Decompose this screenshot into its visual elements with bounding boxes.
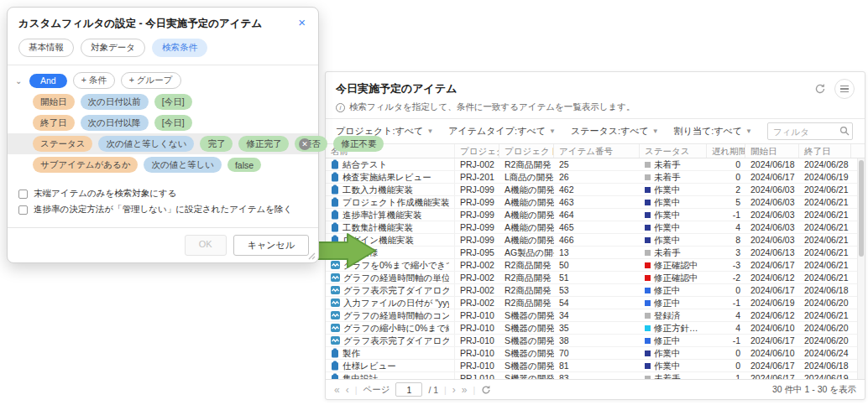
- menu-icon[interactable]: [834, 79, 855, 99]
- last-page-icon[interactable]: »: [462, 385, 468, 395]
- condition-value-chip[interactable]: 修正不要: [333, 136, 384, 152]
- cell-project-name: A機能の開発: [499, 209, 554, 221]
- table-header: 名前プロジェクト…プロジェクト名アイテム番号ステータス遅れ期間開始日終了日: [326, 144, 865, 158]
- bug-icon: [331, 299, 340, 307]
- cell-name-text: グラフ表示完了ダイアログにエラーアイコンが…: [343, 284, 449, 296]
- table-row[interactable]: グラフを0%まで縮小できてしまう。 PRJ-002 R2商品開発 50 修正確認…: [326, 259, 857, 272]
- ok-button[interactable]: OK: [185, 235, 227, 256]
- cell-project-name: L商品の開発: [499, 171, 554, 183]
- cell-item-number: 51: [554, 272, 640, 283]
- table-row[interactable]: プロジェクト作成機能実装 PRJ-099 A機能の開発 463 作業中 5 20…: [326, 196, 857, 209]
- scrollbar-thumb[interactable]: [859, 160, 864, 257]
- cell-end-date: 2024/06/28: [799, 158, 851, 170]
- checkbox-row: 進捗率の決定方法が「管理しない」に設定されたアイテムを除く: [18, 204, 307, 215]
- checkbox-label: 末端アイテムのみを検索対象にする: [34, 188, 176, 200]
- condition-field-chip[interactable]: 開始日: [33, 94, 75, 110]
- column-header[interactable]: アイテム番号: [554, 144, 640, 158]
- prev-page-icon[interactable]: ‹: [346, 385, 349, 395]
- bug-icon: [331, 311, 340, 319]
- table-row[interactable]: 結合テスト PRJ-002 R2商品開発 25 未着手 0 2024/06/18…: [326, 158, 857, 171]
- add-condition-button[interactable]: + 条件: [73, 72, 115, 89]
- cell-name-text: グラフ表示完了ダイアログにエラーアイコンが…: [343, 335, 449, 346]
- table-row[interactable]: 仕様レビュー PRJ-010 S機器の開発 81 作業中 0 2024/06/1…: [326, 360, 857, 372]
- cell-status-text: 未着手: [654, 372, 681, 379]
- dialog-tab[interactable]: 基本情報: [18, 39, 74, 57]
- table-row[interactable]: グラフの縮小時に0%まで縮小できてしまう問題 PRJ-010 S機器の開発 35…: [326, 322, 857, 335]
- table-row[interactable]: グラフ表示完了ダイアログにエラーアイコンが… PRJ-010 S機器の開発 38…: [326, 335, 857, 347]
- vertical-scrollbar[interactable]: [857, 158, 865, 379]
- table-row[interactable]: グラフの経過時間軸の単位に数値を設定すると… PRJ-002 R2商品開発 51…: [326, 272, 857, 284]
- condition-row[interactable]: 開始日 次の日付以前 [今日] ✕: [8, 91, 318, 112]
- condition-field-chip[interactable]: サブアイテムがあるか: [33, 157, 138, 173]
- checkbox[interactable]: [18, 205, 28, 215]
- table-row[interactable]: 工数入力機能実装 PRJ-099 A機能の開発 462 作業中 2 2024/0…: [326, 184, 857, 196]
- table-row[interactable]: 工数集計機能実装 PRJ-099 A機能の開発 465 作業中 4 2024/0…: [326, 221, 857, 234]
- table-row[interactable]: 外部仕様 PRJ-095 AG製品の開発 13 未着手 3 2024/06/13…: [326, 247, 857, 259]
- filter-dropdown[interactable]: アイテムタイプ:すべて ▼: [448, 125, 556, 138]
- condition-operator-chip[interactable]: 次の値と等しい: [144, 157, 221, 173]
- cancel-button[interactable]: キャンセル: [233, 235, 309, 256]
- condition-value-chip[interactable]: 完了: [200, 136, 233, 152]
- column-header[interactable]: 終了日: [799, 144, 851, 158]
- cell-item-number: 13: [554, 247, 640, 258]
- condition-value-chip[interactable]: 修正完了: [238, 136, 289, 152]
- table-row[interactable]: 製作 PRJ-010 S機器の開発 70 作業中 0 2024/06/10 20…: [326, 347, 857, 360]
- cell-project-id: PRJ-099: [455, 209, 499, 221]
- condition-value-chip[interactable]: [今日]: [154, 115, 192, 131]
- condition-field-chip[interactable]: 終了日: [33, 115, 75, 131]
- reload-icon[interactable]: [481, 385, 491, 395]
- table-row[interactable]: グラフ表示完了ダイアログにエラーアイコンが… PRJ-002 R2商品開発 53…: [326, 284, 857, 297]
- checkbox[interactable]: [18, 190, 28, 199]
- column-header[interactable]: プロジェクト名: [499, 144, 554, 158]
- page-label: ページ: [363, 384, 390, 396]
- add-group-button[interactable]: + グループ: [121, 72, 181, 89]
- table-row[interactable]: 進捗率計算機能実装 PRJ-099 A機能の開発 464 作業中 -1 2024…: [326, 209, 857, 221]
- file-icon: [331, 348, 339, 358]
- condition-value-chip[interactable]: false: [227, 158, 261, 172]
- cell-start-date: 2024/06/17: [745, 259, 799, 271]
- column-header[interactable]: 遅れ期間: [707, 144, 745, 158]
- filter-dropdown[interactable]: 割り当て:すべて ▼: [674, 125, 752, 138]
- cell-delay: 0: [707, 347, 745, 359]
- next-page-icon[interactable]: ›: [452, 385, 456, 395]
- condition-row[interactable]: ステータス 次の値と等しくない 完了修正完了拒否修正不要 ✕: [8, 133, 318, 154]
- cell-end-date: 2024/06/20: [799, 297, 851, 309]
- cell-project-name: R2商品開発: [499, 259, 554, 271]
- cell-end-date: 2024/06/20: [799, 335, 851, 346]
- logic-operator-button[interactable]: And: [29, 74, 67, 88]
- column-header[interactable]: ステータス: [640, 144, 707, 158]
- condition-operator-chip[interactable]: 次の日付以降: [81, 115, 149, 131]
- refresh-icon[interactable]: [814, 83, 826, 95]
- cell-name-text: 検査実施結果レビュー: [342, 171, 449, 183]
- condition-value-chip[interactable]: [今日]: [154, 94, 192, 110]
- table-body: 結合テスト PRJ-002 R2商品開発 25 未着手 0 2024/06/18…: [326, 158, 857, 379]
- dialog-tab[interactable]: 検索条件: [152, 39, 207, 57]
- table-row[interactable]: 検査実施結果レビュー PRJ-201 L商品の開発 26 未着手 0 2024/…: [326, 171, 857, 184]
- chevron-collapse-icon[interactable]: ⌄: [15, 76, 24, 86]
- condition-operator-chip[interactable]: 次の日付以前: [81, 94, 149, 110]
- cell-project-id: PRJ-002: [455, 297, 499, 309]
- table-row[interactable]: 入力ファイルの日付が "yyyy/m/d" 形式で表… PRJ-002 R2商品…: [326, 297, 857, 309]
- page-input[interactable]: [395, 382, 422, 397]
- filter-dropdown[interactable]: ステータス:すべて ▼: [571, 125, 659, 138]
- close-icon[interactable]: ×: [296, 17, 307, 29]
- cell-end-date: 2024/06/19: [799, 372, 851, 379]
- first-page-icon[interactable]: «: [334, 385, 340, 395]
- cell-project-name: A機能の開発: [499, 184, 554, 195]
- column-header[interactable]: 開始日: [745, 144, 799, 158]
- table-row[interactable]: ログイン機能実装 PRJ-099 A機能の開発 466 作業中 8 2024/0…: [326, 234, 857, 247]
- panel-title: 今日実施予定のアイテム: [336, 81, 814, 96]
- table-row[interactable]: 集中設計 PRJ-010 S機器の開発 83 未着手 1 2024/06/17 …: [326, 372, 857, 379]
- cell-end-date: 2024/06/21: [799, 272, 851, 283]
- remove-condition-icon[interactable]: ✕: [299, 138, 311, 150]
- resize-grip-icon[interactable]: [308, 252, 316, 260]
- condition-operator-chip[interactable]: 次の値と等しくない: [98, 136, 194, 152]
- cell-project-id: PRJ-010: [455, 347, 499, 359]
- table-row[interactable]: グラフの経過時間軸のコンテキストメニューに… PRJ-010 S機器の開発 34…: [326, 309, 857, 322]
- column-header[interactable]: プロジェクト…: [455, 144, 499, 158]
- condition-field-chip[interactable]: ステータス: [33, 136, 92, 152]
- condition-row[interactable]: 終了日 次の日付以降 [今日] ✕: [8, 112, 318, 133]
- dialog-tab[interactable]: 対象データ: [81, 39, 145, 57]
- condition-row[interactable]: サブアイテムがあるか 次の値と等しい false ✕: [8, 154, 318, 175]
- cell-status-text: 修正確認中: [654, 272, 698, 283]
